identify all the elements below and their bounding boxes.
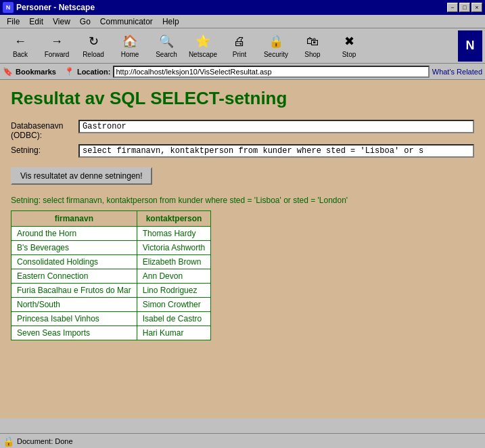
whats-related-link[interactable]: What's Related bbox=[432, 68, 482, 76]
table-row: Around the HornThomas Hardy bbox=[11, 227, 211, 241]
search-icon: 🔍 bbox=[158, 33, 175, 49]
table-row: Seven Seas ImportsHari Kumar bbox=[11, 326, 211, 340]
firmanavn-cell: Furia Bacalhau e Frutos do Mar bbox=[11, 284, 137, 298]
home-icon: 🏠 bbox=[122, 33, 138, 49]
query-input[interactable] bbox=[78, 144, 474, 158]
query-label: Setning: bbox=[11, 144, 78, 155]
security-icon: 🔒 bbox=[268, 33, 284, 49]
shop-button[interactable]: 🛍 Shop bbox=[295, 30, 330, 62]
firmanavn-cell: Consolidated Holdings bbox=[11, 255, 137, 269]
firmanavn-cell: North/South bbox=[11, 298, 137, 312]
page-title: Resultat av SQL SELECT-setning bbox=[11, 88, 474, 109]
firmanavn-cell: Princesa Isabel Vinhos bbox=[11, 312, 137, 326]
title-bar: N Personer - Netscape − □ × bbox=[0, 0, 485, 15]
stop-button[interactable]: ✖ Stop bbox=[331, 30, 367, 62]
window-controls[interactable]: − □ × bbox=[447, 3, 482, 12]
firmanavn-cell: Around the Horn bbox=[11, 227, 137, 241]
forward-icon: → bbox=[49, 33, 65, 49]
table-row: Princesa Isabel VinhosIsabel de Castro bbox=[11, 312, 211, 326]
table-row: Eastern ConnectionAnn Devon bbox=[11, 269, 211, 284]
print-icon: 🖨 bbox=[231, 33, 248, 49]
table-row: B's BeveragesVictoria Ashworth bbox=[11, 241, 211, 255]
menu-go[interactable]: Go bbox=[76, 16, 95, 26]
home-button[interactable]: 🏠 Home bbox=[112, 30, 147, 62]
table-row: Consolidated HoldingsElizabeth Brown bbox=[11, 255, 211, 269]
firmanavn-cell: B's Beverages bbox=[11, 241, 137, 255]
query-row: Setning: bbox=[11, 144, 474, 158]
results-table: firmanavn kontaktperson Around the HornT… bbox=[11, 210, 211, 340]
kontaktperson-cell: Hari Kumar bbox=[137, 326, 211, 340]
reload-button[interactable]: ↻ Reload bbox=[76, 30, 111, 62]
firmanavn-cell: Eastern Connection bbox=[11, 269, 137, 284]
database-input[interactable] bbox=[78, 120, 474, 133]
table-row: Furia Bacalhau e Frutos do MarLino Rodri… bbox=[11, 284, 211, 298]
toolbar: ← Back → Forward ↻ Reload 🏠 Home 🔍 Searc… bbox=[0, 28, 485, 64]
menu-bar: File Edit View Go Communicator Help bbox=[0, 15, 485, 28]
database-label: Databasenavn(ODBC): bbox=[11, 120, 78, 140]
bookmarks-label[interactable]: Bookmarks bbox=[16, 68, 56, 76]
search-button[interactable]: 🔍 Search bbox=[149, 30, 184, 62]
location-label: Location: bbox=[77, 68, 111, 76]
kontaktperson-cell: Simon Crowther bbox=[137, 298, 211, 312]
kontaktperson-cell: Elizabeth Brown bbox=[137, 255, 211, 269]
status-icon: 🔒 bbox=[3, 436, 14, 447]
menu-view[interactable]: View bbox=[49, 16, 74, 26]
netscape-icon: ⭐ bbox=[195, 33, 211, 49]
print-button[interactable]: 🖨 Print bbox=[222, 30, 257, 62]
netscape-button[interactable]: ⭐ Netscape bbox=[185, 30, 221, 62]
col-header-firmanavn: firmanavn bbox=[11, 211, 137, 227]
status-bar: 🔒 Document: Done bbox=[0, 433, 485, 448]
back-button[interactable]: ← Back bbox=[3, 30, 38, 62]
security-button[interactable]: 🔒 Security bbox=[258, 30, 294, 62]
app-icon: N bbox=[3, 2, 14, 13]
shop-icon: 🛍 bbox=[304, 33, 321, 49]
bookmark-icon: 🔖 bbox=[3, 67, 13, 76]
url-input[interactable] bbox=[113, 66, 429, 78]
netscape-logo: N bbox=[458, 30, 482, 62]
table-row: North/SouthSimon Crowther bbox=[11, 298, 211, 312]
query-full-text: Setning: select firmanavn, kontaktperson… bbox=[11, 196, 474, 205]
window-title: Personer - Netscape bbox=[16, 3, 95, 12]
menu-file[interactable]: File bbox=[3, 16, 24, 26]
menu-edit[interactable]: Edit bbox=[25, 16, 47, 26]
kontaktperson-cell: Thomas Hardy bbox=[137, 227, 211, 241]
maximize-button[interactable]: □ bbox=[459, 3, 470, 12]
firmanavn-cell: Seven Seas Imports bbox=[11, 326, 137, 340]
col-header-kontaktperson: kontaktperson bbox=[137, 211, 211, 227]
kontaktperson-cell: Ann Devon bbox=[137, 269, 211, 284]
location-arrow-icon: 📍 bbox=[64, 67, 74, 76]
kontaktperson-cell: Isabel de Castro bbox=[137, 312, 211, 326]
stop-icon: ✖ bbox=[341, 33, 357, 49]
forward-button[interactable]: → Forward bbox=[39, 30, 74, 62]
minimize-button[interactable]: − bbox=[447, 3, 458, 12]
kontaktperson-cell: Lino Rodriguez bbox=[137, 284, 211, 298]
database-row: Databasenavn(ODBC): bbox=[11, 120, 474, 140]
main-content: Resultat av SQL SELECT-setning Databasen… bbox=[0, 80, 485, 418]
status-text: Document: Done bbox=[17, 437, 73, 445]
menu-help[interactable]: Help bbox=[158, 16, 183, 26]
kontaktperson-cell: Victoria Ashworth bbox=[137, 241, 211, 255]
reload-icon: ↻ bbox=[85, 33, 101, 49]
close-button[interactable]: × bbox=[471, 3, 482, 12]
location-bar: 🔖 Bookmarks 📍 Location: What's Related bbox=[0, 64, 485, 80]
menu-communicator[interactable]: Communicator bbox=[96, 16, 157, 26]
back-icon: ← bbox=[12, 33, 28, 49]
submit-button[interactable]: Vis resultatet av denne setningen! bbox=[11, 167, 152, 185]
